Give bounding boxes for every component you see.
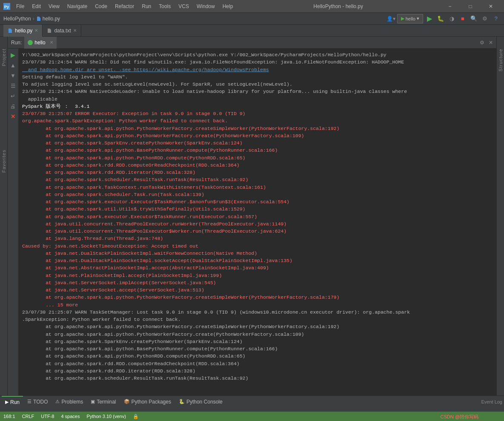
window-controls: − □ ✕ bbox=[440, 0, 501, 13]
editor-tabs: hello.py ✕ data.txt ✕ bbox=[0, 25, 504, 37]
bottom-tab-python-packages[interactable]: 📦 Python Packages bbox=[120, 396, 175, 408]
todo-icon: ☰ bbox=[27, 399, 32, 404]
console-line: at java.net.ServerSocket.implAccept(Serv… bbox=[22, 279, 493, 286]
bottom-tab-python-packages-label: Python Packages bbox=[132, 399, 171, 405]
right-sidebar-labels: Structure bbox=[496, 37, 504, 400]
menu-edit[interactable]: Edit bbox=[29, 3, 44, 10]
console-line: at org.apache.spark.executor.Executor$Ta… bbox=[22, 213, 493, 220]
status-position[interactable]: 168:1 bbox=[3, 414, 15, 419]
console-line: at org.apache.spark.api.python.BasePytho… bbox=[22, 147, 493, 154]
console-line: Y:\002_WorkSpace\PycharmProjects\pythonP… bbox=[22, 51, 493, 58]
window-title: HelloPython - hello.py bbox=[236, 3, 440, 9]
filter-button[interactable]: ☰ bbox=[9, 81, 18, 90]
tab-data-txt[interactable]: data.txt ✕ bbox=[43, 25, 81, 37]
status-python[interactable]: Python 3.10 (venv) bbox=[86, 414, 126, 419]
print-button[interactable]: 🖨 bbox=[9, 101, 18, 111]
bottom-tab-problems-label: Problems bbox=[61, 399, 83, 405]
tab-data-txt-label: data.txt bbox=[54, 28, 71, 34]
console-line: 23/07/30 21:25:07 WARN TaskSetManager: L… bbox=[22, 309, 493, 316]
console-line: org.apache.spark.SparkException: Python … bbox=[22, 117, 493, 124]
tab-data-txt-close[interactable]: ✕ bbox=[73, 28, 77, 33]
breadcrumb: HelloPython › hello.py bbox=[3, 16, 60, 22]
console-line: at org.apache.spark.executor.Executor$Ta… bbox=[22, 198, 493, 205]
console-line: applicable bbox=[22, 95, 493, 103]
console-line: at org.apache.spark.scheduler.ResultTask… bbox=[22, 375, 493, 382]
bottom-tab-python-console[interactable]: 🐍 Python Console bbox=[175, 396, 226, 408]
console-line: at java.lang.Thread.run(Thread.java:748) bbox=[22, 235, 493, 242]
lock-icon: 🔒 bbox=[133, 414, 139, 419]
run-tab-close[interactable]: ✕ bbox=[50, 40, 53, 45]
menu-refactor[interactable]: Refactor bbox=[112, 3, 137, 10]
title-bar: Py File Edit View Navigate Code Refactor… bbox=[0, 0, 504, 13]
console-line: at org.apache.spark.rdd.RDD.computeOrRea… bbox=[22, 360, 493, 367]
status-indent[interactable]: 4 spaces bbox=[61, 414, 80, 419]
console-line: at org.apache.spark.api.python.BasePytho… bbox=[22, 345, 493, 352]
run-content-area: ▶ ▲ ▼ ☰ ↵ 🖨 ✕ Y:\002_WorkSpace\PycharmPr… bbox=[8, 49, 496, 400]
tab-hello-py-close[interactable]: ✕ bbox=[34, 28, 38, 33]
menu-code[interactable]: Code bbox=[92, 3, 111, 10]
bottom-tab-problems[interactable]: ⚠ Problems bbox=[52, 396, 86, 408]
console-line: at java.net.DualStackPlainSocketImpl.wai… bbox=[22, 250, 493, 257]
bottom-tab-terminal[interactable]: ▣ Terminal bbox=[87, 396, 119, 408]
console-line: at org.apache.spark.api.python.PythonWor… bbox=[22, 323, 493, 330]
run-tab-hello[interactable]: hello ✕ bbox=[24, 37, 56, 49]
rerun-button[interactable]: ▶ bbox=[9, 50, 18, 60]
bottom-tab-todo[interactable]: ☰ TODO bbox=[24, 396, 51, 408]
tab-hello-py[interactable]: hello.py ✕ bbox=[3, 25, 43, 37]
bottom-tab-run[interactable]: ▶ Run bbox=[2, 396, 23, 408]
bottom-tab-terminal-label: Terminal bbox=[97, 399, 116, 405]
menu-tools[interactable]: Tools bbox=[155, 3, 174, 10]
wrap-button[interactable]: ↵ bbox=[9, 91, 18, 101]
console-line: .SparkException: Python worker failed to… bbox=[22, 316, 493, 323]
console-line: Caused by: java.net.SocketTimeoutExcepti… bbox=[22, 242, 493, 250]
coverage-button[interactable]: ◑ bbox=[447, 14, 456, 23]
minimize-button[interactable]: − bbox=[440, 0, 460, 13]
console-output[interactable]: Y:\002_WorkSpace\PycharmProjects\pythonP… bbox=[19, 49, 496, 400]
console-line: To adjust logging level use sc.setLogLev… bbox=[22, 81, 493, 88]
console-line: at org.apache.spark.scheduler.ResultTask… bbox=[22, 176, 493, 183]
debug-button[interactable]: 🐛 bbox=[436, 14, 445, 23]
svg-text:Py: Py bbox=[4, 5, 9, 9]
breadcrumb-project[interactable]: HelloPython bbox=[3, 16, 31, 22]
console-line: at java.net.AbstractPlainSocketImpl.acce… bbox=[22, 264, 493, 271]
maximize-button[interactable]: □ bbox=[461, 0, 480, 13]
sidebar-label-project[interactable]: Project bbox=[1, 45, 6, 69]
user-icon: 👤▾ bbox=[387, 16, 395, 22]
console-line: at org.apache.spark.rdd.RDD.iterator(RDD… bbox=[22, 169, 493, 176]
terminal-icon: ▣ bbox=[91, 399, 95, 404]
scroll-up-button[interactable]: ▲ bbox=[9, 61, 18, 70]
settings-button[interactable]: ⚙ bbox=[480, 14, 490, 23]
menu-help[interactable]: Help bbox=[219, 3, 237, 10]
search-button[interactable]: 🔍 bbox=[469, 14, 478, 23]
problems-icon: ⚠ bbox=[55, 399, 60, 404]
menu-run[interactable]: Run bbox=[138, 3, 155, 10]
console-line: 23/07/30 21:24:54 WARN Shell: Did not fi… bbox=[22, 58, 493, 66]
menu-file[interactable]: File bbox=[13, 3, 28, 10]
menu-navigate[interactable]: Navigate bbox=[64, 3, 91, 10]
status-crlf[interactable]: CRLF bbox=[22, 414, 34, 419]
close-button[interactable]: ✕ bbox=[481, 0, 501, 13]
sidebar-label-structure[interactable]: Structure bbox=[498, 45, 503, 75]
run-panel-close[interactable]: ✕ bbox=[489, 40, 493, 46]
menu-window[interactable]: Window bbox=[193, 3, 218, 10]
menu-vcs[interactable]: VCS bbox=[175, 3, 192, 10]
help-button[interactable]: ? bbox=[491, 14, 501, 23]
scroll-down-button[interactable]: ▼ bbox=[9, 71, 18, 80]
event-log-link[interactable]: Event Log bbox=[481, 399, 502, 404]
bottom-tab-python-console-label: Python Console bbox=[186, 399, 223, 405]
left-sidebar-labels: Project Favorites bbox=[0, 37, 8, 400]
run-button[interactable]: ▶ bbox=[425, 14, 434, 23]
run-panel-settings[interactable]: ⚙ bbox=[480, 40, 484, 46]
breadcrumb-sep1: › bbox=[33, 16, 34, 22]
stop-button[interactable]: ■ bbox=[458, 14, 467, 23]
menu-view[interactable]: View bbox=[45, 3, 63, 10]
run-toolbar: ▶ ▲ ▼ ☰ ↵ 🖨 ✕ bbox=[8, 49, 19, 400]
sidebar-label-favorites[interactable]: Favorites bbox=[1, 146, 6, 176]
clear-button[interactable]: ✕ bbox=[9, 112, 18, 121]
bottom-tab-todo-label: TODO bbox=[33, 399, 48, 405]
status-encoding[interactable]: UTF-8 bbox=[41, 414, 54, 419]
bottom-toolbar: ▶ Run ☰ TODO ⚠ Problems ▣ Terminal 📦 Pyt… bbox=[0, 395, 504, 407]
run-label: Run: bbox=[11, 40, 22, 46]
run-config-button[interactable]: ▶ hello ▾ bbox=[397, 14, 423, 23]
run-panel-container: Run: hello ✕ ⚙ ✕ ▶ ▲ ▼ ☰ ↵ 🖨 ✕ Y:\ bbox=[8, 37, 496, 400]
